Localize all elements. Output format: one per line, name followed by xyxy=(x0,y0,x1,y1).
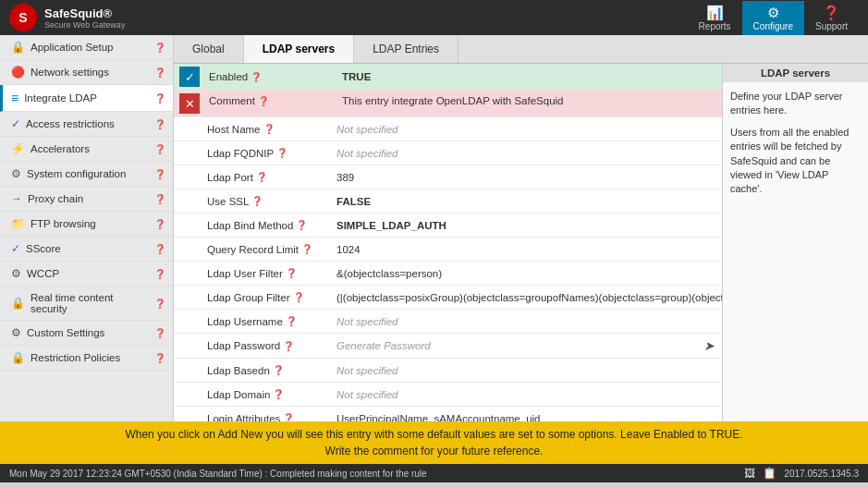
ftp-label: FTP browsing xyxy=(31,218,96,229)
group-filter-row: Ldap Group Filter ❓ (|(objectclass=posix… xyxy=(174,286,722,310)
query-limit-help: ❓ xyxy=(301,244,312,254)
restrict-help: ❓ xyxy=(154,353,165,363)
sidebar-item-real-time[interactable]: 🔒 Real time content security ❓ xyxy=(0,287,173,321)
logo: S SafeSquid® Secure Web Gateway xyxy=(9,4,125,31)
main-layout: 🔒 Application Setup ❓ 🔴 Network settings… xyxy=(0,35,868,421)
fqdnip-help: ❓ xyxy=(276,148,287,158)
enabled-check-icon[interactable]: ✓ xyxy=(179,67,200,87)
hostname-row: Host Name ❓ Not specified xyxy=(174,117,722,141)
username-value: Not specified xyxy=(329,311,722,332)
accel-label: Accelerators xyxy=(31,143,90,154)
sysconfig-icon: ⚙ xyxy=(11,167,21,180)
sidebar-item-accelerators[interactable]: ⚡ Accelerators ❓ xyxy=(0,137,173,162)
custom-icon: ⚙ xyxy=(11,326,21,339)
logo-name: SafeSquid® xyxy=(44,6,125,20)
sidebar-item-custom-settings[interactable]: ⚙ Custom Settings ❓ xyxy=(0,321,173,346)
group-filter-value: (|(objectclass=posixGroup)(objectclass=g… xyxy=(329,287,722,308)
comment-help: ❓ xyxy=(258,96,269,106)
configure-label: Configure xyxy=(753,21,793,31)
sidebar-item-sscore[interactable]: ✓ SScore ❓ xyxy=(0,237,173,262)
sidebar-item-wccp[interactable]: ⚙ WCCP ❓ xyxy=(0,262,173,287)
group-filter-label: Ldap Group Filter ❓ xyxy=(200,287,329,308)
app-setup-help: ❓ xyxy=(154,43,165,53)
header: S SafeSquid® Secure Web Gateway 📊 Report… xyxy=(0,0,868,35)
user-filter-help: ❓ xyxy=(286,268,297,278)
bind-method-help: ❓ xyxy=(296,220,307,230)
send-icon[interactable]: ➤ xyxy=(703,338,715,353)
user-filter-row: Ldap User Filter ❓ &(objectclass=person) xyxy=(174,262,722,286)
basedn-help: ❓ xyxy=(273,365,284,375)
wccp-label: WCCP xyxy=(27,268,59,279)
password-label: Ldap Password ❓ xyxy=(200,336,329,356)
logo-icon: S xyxy=(9,4,37,31)
tab-global[interactable]: Global xyxy=(174,35,244,63)
accel-help: ❓ xyxy=(154,144,165,154)
nav-support[interactable]: ❓ Support xyxy=(804,1,859,35)
tab-ldap-servers[interactable]: LDAP servers xyxy=(244,35,355,63)
logo-text-block: SafeSquid® Secure Web Gateway xyxy=(44,6,125,30)
group-filter-help: ❓ xyxy=(293,292,304,302)
nav-reports[interactable]: 📊 Reports xyxy=(688,1,742,35)
custom-help: ❓ xyxy=(154,328,165,338)
nav-configure[interactable]: ⚙ Configure xyxy=(742,1,804,35)
sidebar-item-integrate-ldap[interactable]: ≡ Integrate LDAP ❓ xyxy=(0,85,173,112)
realtime-help: ❓ xyxy=(154,299,165,309)
ldap-icon: ≡ xyxy=(11,91,18,105)
user-filter-label: Ldap User Filter ❓ xyxy=(200,263,329,284)
ftp-help: ❓ xyxy=(154,219,165,229)
sidebar-item-access-restrictions[interactable]: ✓ Access restrictions ❓ xyxy=(0,112,173,137)
header-nav: 📊 Reports ⚙ Configure ❓ Support xyxy=(688,1,859,35)
enabled-value: TRUE xyxy=(335,67,722,87)
status-left: Mon May 29 2017 12:23:24 GMT+0530 (India… xyxy=(9,469,427,479)
hostname-label: Host Name ❓ xyxy=(200,119,329,140)
tab-ldap-entries[interactable]: LDAP Entries xyxy=(354,35,458,63)
proxy-icon: → xyxy=(11,192,22,205)
username-help: ❓ xyxy=(286,316,297,326)
sscore-icon: ✓ xyxy=(11,242,20,255)
fqdnip-value: Not specified xyxy=(329,143,722,164)
right-panel-text1: Define your LDAP server entries here. xyxy=(730,90,861,118)
network-label: Network settings xyxy=(31,67,109,78)
right-panel: LDAP servers Define your LDAP server ent… xyxy=(722,64,868,421)
restrict-label: Restriction Policies xyxy=(31,352,120,363)
port-value: 389 xyxy=(329,167,722,188)
access-icon: ✓ xyxy=(11,117,20,130)
sidebar-item-proxy-chain[interactable]: → Proxy chain ❓ xyxy=(0,187,173,212)
ldap-label: Integrate LDAP xyxy=(24,92,97,104)
query-limit-value: 1024 xyxy=(329,239,722,260)
comment-value: This entry integrate OpenLDAP with SafeS… xyxy=(335,91,722,111)
password-value: Generate Password ➤ xyxy=(329,334,722,358)
ssl-label: Use SSL ❓ xyxy=(200,191,329,212)
network-icon: 🔴 xyxy=(11,66,25,79)
domain-value: Not specified xyxy=(329,384,722,405)
sidebar-item-network-settings[interactable]: 🔴 Network settings ❓ xyxy=(0,60,173,85)
proxy-help: ❓ xyxy=(154,194,165,204)
password-row: Ldap Password ❓ Generate Password ➤ xyxy=(174,334,722,359)
proxy-label: Proxy chain xyxy=(28,193,83,204)
query-limit-label: Query Record Limit ❓ xyxy=(200,239,329,260)
access-label: Access restrictions xyxy=(26,118,115,129)
right-panel-title: LDAP servers xyxy=(723,64,868,82)
custom-label: Custom Settings xyxy=(27,327,104,338)
sidebar-item-application-setup[interactable]: 🔒 Application Setup ❓ xyxy=(0,35,173,60)
status-icon-1[interactable]: 🖼 xyxy=(744,467,755,480)
sscore-label: SScore xyxy=(26,243,61,254)
comment-x-icon[interactable]: ✕ xyxy=(179,93,200,114)
app-setup-label: Application Setup xyxy=(31,42,114,53)
comment-row: ✕ Comment ❓ This entry integrate OpenLDA… xyxy=(174,91,722,117)
access-help: ❓ xyxy=(154,119,165,129)
form-main: ✓ Enabled ❓ TRUE ✕ Comment ❓ This entry … xyxy=(174,64,722,421)
fqdnip-row: Ldap FQDNIP ❓ Not specified xyxy=(174,141,722,165)
hostname-value: Not specified xyxy=(329,119,722,140)
username-label: Ldap Username ❓ xyxy=(200,311,329,332)
sidebar-item-ftp[interactable]: 📁 FTP browsing ❓ xyxy=(0,212,173,237)
tabs-bar: Global LDAP servers LDAP Entries xyxy=(174,35,868,64)
login-attrs-label: Login Attributes ❓ xyxy=(200,409,329,422)
bind-method-row: Ldap Bind Method ❓ SIMPLE_LDAP_AUTH xyxy=(174,214,722,238)
logo-sub: Secure Web Gateway xyxy=(44,20,125,30)
sidebar-item-restriction-policies[interactable]: 🔒 Restriction Policies ❓ xyxy=(0,346,173,371)
sidebar-item-system-config[interactable]: ⚙ System configuration ❓ xyxy=(0,162,173,187)
basedn-row: Ldap Basedn ❓ Not specified xyxy=(174,359,722,383)
bottom-info: When you click on Add New you will see t… xyxy=(0,421,868,464)
status-icon-2[interactable]: 📋 xyxy=(763,467,776,480)
